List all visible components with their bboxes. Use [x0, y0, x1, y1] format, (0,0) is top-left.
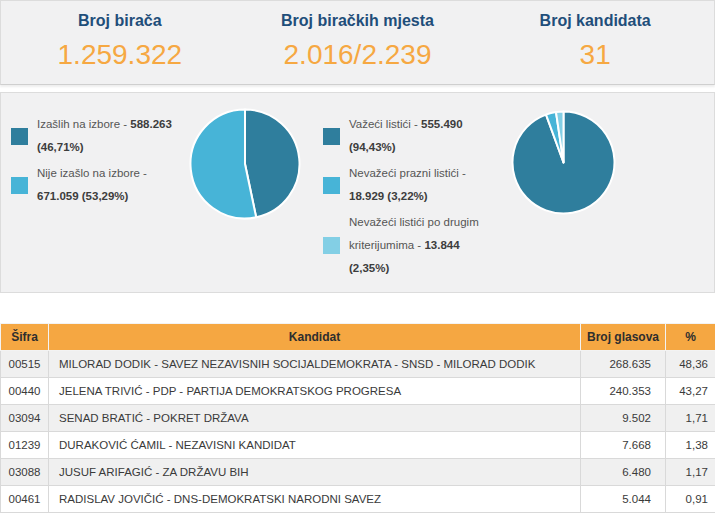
turnout-pie-legend: Izašlih na izbore - 588.263 (46,71%)Nije… — [11, 113, 183, 211]
stat-broj-birackih-mjesta: Broj biračkih mjesta 2.016/2.239 — [239, 1, 477, 84]
stat-label: Broj biračkih mjesta — [239, 12, 477, 30]
cell-name: DURAKOVIĆ ĆAMIL - NEZAVISNI KANDIDAT — [49, 432, 581, 459]
ballots-pie-legend: Važeći listići - 555.490 (94,43%)Nevažeć… — [323, 113, 489, 283]
column-header-percent: % — [666, 324, 715, 351]
cell-name: MILORAD DODIK - SAVEZ NEZAVISNIH SOCIJAL… — [49, 351, 581, 378]
table-row: 00515MILORAD DODIK - SAVEZ NEZAVISNIH SO… — [1, 351, 715, 378]
legend-label: Nevažeći prazni listići - 18.929 (3,22%) — [349, 162, 489, 208]
cell-name: RADISLAV JOVIČIĆ - DNS-DEMOKRATSKI NAROD… — [49, 486, 581, 513]
candidate-results-table: Šifra Kandidat Broj glasova % 00515MILOR… — [0, 323, 715, 513]
table-row: 03088JUSUF ARIFAGIĆ - ZA DRŽAVU BIH6.480… — [1, 459, 715, 486]
column-header-broj-glasova: Broj glasova — [581, 324, 666, 351]
cell-votes: 7.668 — [581, 432, 666, 459]
cell-code: 03088 — [1, 459, 49, 486]
stat-broj-biraca: Broj birača 1.259.322 — [1, 1, 239, 84]
cell-code: 01239 — [1, 432, 49, 459]
cell-code: 00440 — [1, 378, 49, 405]
legend-swatch — [323, 237, 340, 254]
cell-code: 00461 — [1, 486, 49, 513]
legend-label: Važeći listići - 555.490 (94,43%) — [349, 113, 489, 159]
cell-pct: 1,38 — [666, 432, 715, 459]
cell-name: JUSUF ARIFAGIĆ - ZA DRŽAVU BIH — [49, 459, 581, 486]
table-row: 03094SENAD BRATIĆ - POKRET DRŽAVA9.5021,… — [1, 405, 715, 432]
legend-swatch — [323, 177, 340, 194]
charts-panel: Izašlih na izbore - 588.263 (46,71%)Nije… — [0, 92, 715, 293]
stat-broj-kandidata: Broj kandidata 31 — [476, 1, 714, 84]
cell-pct: 48,36 — [666, 351, 715, 378]
legend-swatch — [11, 128, 28, 145]
cell-name: SENAD BRATIĆ - POKRET DRŽAVA — [49, 405, 581, 432]
column-header-sifra: Šifra — [1, 324, 49, 351]
cell-code: 00515 — [1, 351, 49, 378]
cell-pct: 0,91 — [666, 486, 715, 513]
stat-label: Broj birača — [1, 12, 239, 30]
stat-value: 31 — [476, 39, 714, 71]
legend-label: Nije izašlo na izbore - 671.059 (53,29%) — [37, 162, 183, 208]
cell-votes: 5.044 — [581, 486, 666, 513]
table-row: 00440JELENA TRIVIĆ - PDP - PARTIJA DEMOK… — [1, 378, 715, 405]
summary-stats-panel: Broj birača 1.259.322 Broj biračkih mjes… — [0, 0, 715, 85]
table-row: 01239DURAKOVIĆ ĆAMIL - NEZAVISNI KANDIDA… — [1, 432, 715, 459]
table-header-row: Šifra Kandidat Broj glasova % — [1, 324, 715, 351]
legend-item: Nevažeći listići po drugim kriterijumima… — [323, 211, 489, 280]
cell-votes: 6.480 — [581, 459, 666, 486]
cell-votes: 9.502 — [581, 405, 666, 432]
stat-label: Broj kandidata — [476, 12, 714, 30]
legend-swatch — [11, 177, 28, 194]
cell-votes: 268.635 — [581, 351, 666, 378]
ballots-pie-chart — [511, 110, 616, 219]
legend-swatch — [323, 128, 340, 145]
stat-value: 2.016/2.239 — [239, 39, 477, 71]
cell-pct: 1,71 — [666, 405, 715, 432]
legend-item: Važeći listići - 555.490 (94,43%) — [323, 113, 489, 159]
cell-pct: 43,27 — [666, 378, 715, 405]
legend-item: Nije izašlo na izbore - 671.059 (53,29%) — [11, 162, 183, 208]
cell-name: JELENA TRIVIĆ - PDP - PARTIJA DEMOKRATSK… — [49, 378, 581, 405]
cell-pct: 1,17 — [666, 459, 715, 486]
column-header-kandidat: Kandidat — [49, 324, 581, 351]
legend-item: Nevažeći prazni listići - 18.929 (3,22%) — [323, 162, 489, 208]
stat-value: 1.259.322 — [1, 39, 239, 71]
legend-item: Izašlih na izbore - 588.263 (46,71%) — [11, 113, 183, 159]
turnout-pie-chart — [189, 108, 301, 224]
table-row: 00461RADISLAV JOVIČIĆ - DNS-DEMOKRATSKI … — [1, 486, 715, 513]
legend-label: Nevažeći listići po drugim kriterijumima… — [349, 211, 489, 280]
cell-code: 03094 — [1, 405, 49, 432]
cell-votes: 240.353 — [581, 378, 666, 405]
legend-label: Izašlih na izbore - 588.263 (46,71%) — [37, 113, 183, 159]
